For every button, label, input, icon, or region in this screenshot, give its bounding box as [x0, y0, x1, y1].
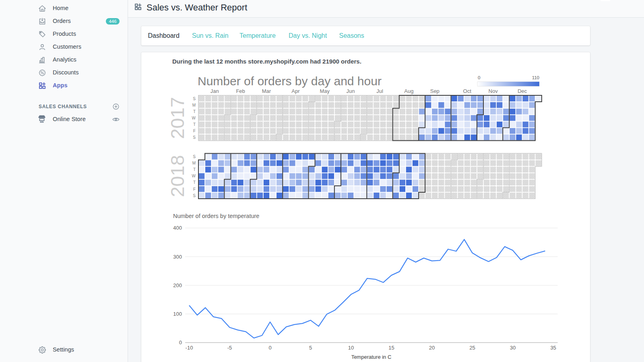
svg-text:10: 10: [348, 345, 354, 351]
svg-text:Sep: Sep: [430, 88, 440, 94]
svg-text:Oct: Oct: [463, 88, 472, 94]
svg-text:Number of orders by temperatur: Number of orders by temperature: [173, 213, 259, 219]
svg-text:T: T: [193, 180, 196, 185]
svg-text:Aug: Aug: [404, 88, 413, 94]
svg-text:5: 5: [309, 345, 312, 351]
svg-text:-5: -5: [227, 345, 232, 351]
svg-text:100: 100: [173, 311, 182, 317]
svg-text:May: May: [320, 88, 330, 94]
svg-text:Apr: Apr: [291, 88, 300, 94]
svg-text:Mar: Mar: [262, 88, 271, 94]
svg-text:S: S: [193, 193, 196, 198]
svg-text:Jun: Jun: [347, 88, 355, 94]
svg-text:0: 0: [268, 345, 271, 351]
svg-text:400: 400: [173, 225, 182, 231]
svg-text:S: S: [193, 154, 196, 159]
svg-text:T: T: [193, 109, 196, 114]
svg-text:Number of orders by day and ho: Number of orders by day and hour: [198, 74, 382, 88]
svg-text:F: F: [193, 129, 196, 133]
svg-text:Dec: Dec: [518, 88, 527, 94]
svg-text:T: T: [193, 122, 196, 127]
svg-text:S: S: [193, 135, 196, 140]
svg-text:30: 30: [510, 345, 516, 351]
svg-text:M: M: [192, 161, 196, 165]
svg-text:25: 25: [469, 345, 475, 351]
svg-text:Nov: Nov: [489, 88, 498, 94]
svg-text:20: 20: [429, 345, 435, 351]
svg-text:0: 0: [478, 75, 480, 80]
svg-text:15: 15: [388, 345, 394, 351]
svg-text:M: M: [192, 103, 196, 107]
svg-text:2018: 2018: [169, 155, 188, 197]
svg-text:200: 200: [173, 282, 182, 288]
svg-text:110: 110: [532, 75, 539, 80]
svg-text:W: W: [192, 174, 196, 178]
svg-text:35: 35: [550, 345, 556, 351]
svg-text:S: S: [193, 97, 196, 101]
svg-text:Jul: Jul: [376, 88, 383, 94]
svg-text:300: 300: [173, 254, 182, 260]
svg-text:0: 0: [179, 339, 182, 346]
svg-text:T: T: [193, 167, 196, 172]
svg-text:F: F: [193, 187, 196, 191]
svg-text:Feb: Feb: [236, 88, 245, 94]
svg-text:2017: 2017: [169, 97, 188, 139]
svg-text:Jan: Jan: [211, 88, 219, 94]
svg-text:W: W: [192, 116, 196, 120]
svg-text:Temperature in C: Temperature in C: [351, 354, 392, 360]
svg-text:-10: -10: [186, 345, 193, 351]
